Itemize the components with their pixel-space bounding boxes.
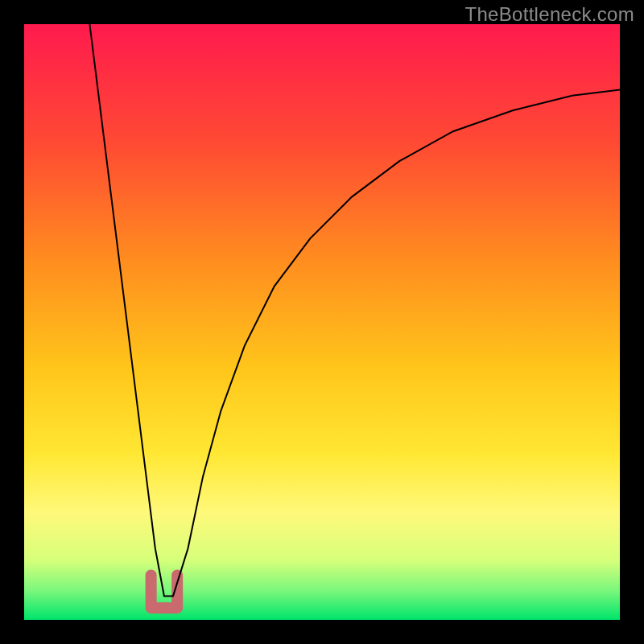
- gradient-background: [24, 24, 620, 620]
- plot-area: [24, 24, 620, 620]
- chart-frame: TheBottleneck.com: [0, 0, 644, 644]
- chart-svg: [24, 24, 620, 620]
- watermark-text: TheBottleneck.com: [464, 3, 634, 26]
